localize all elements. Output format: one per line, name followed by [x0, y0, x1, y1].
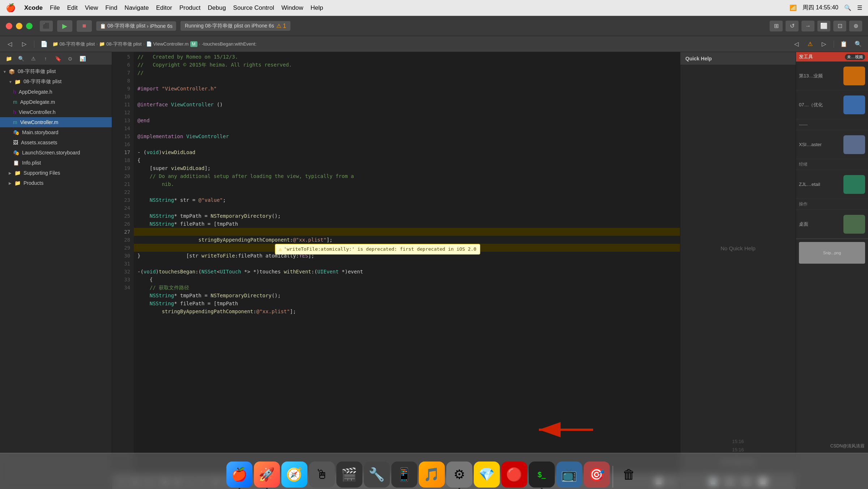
- nav-back-btn[interactable]: ◁: [4, 39, 16, 49]
- dock-app-2[interactable]: 📺: [556, 462, 582, 488]
- menu-source-control[interactable]: Source Control: [233, 4, 274, 12]
- breakpoint-btn[interactable]: →: [801, 21, 814, 31]
- menu-view[interactable]: View: [85, 4, 98, 12]
- bookmark-nav-btn[interactable]: 🔖: [53, 54, 63, 63]
- menu-icon[interactable]: ☰: [857, 4, 862, 11]
- file-info-plist[interactable]: 📋 Info.plist: [0, 158, 112, 168]
- code-text[interactable]: // Created by Romeo on 15/12/3. // Copyr…: [134, 52, 680, 473]
- dock-mouse[interactable]: 🖱: [309, 462, 335, 488]
- dock-iphone[interactable]: 📱: [391, 462, 417, 488]
- menu-navigate[interactable]: Navigate: [124, 4, 149, 12]
- dock-launchpad[interactable]: 🚀: [254, 462, 280, 488]
- code-line-10: [134, 93, 680, 101]
- sidebar-toggle-btn[interactable]: ⬛: [40, 21, 53, 31]
- source-icon: m: [13, 119, 17, 125]
- menu-xcode[interactable]: Xcode: [24, 4, 43, 12]
- dock-movie[interactable]: 🎬: [336, 462, 362, 488]
- dock-app-3[interactable]: 🎯: [584, 462, 610, 488]
- app-icon-3: 🎯: [588, 467, 605, 482]
- search-nav-btn[interactable]: 🔍: [16, 54, 26, 63]
- folder-btn[interactable]: 📁: [4, 54, 14, 63]
- close-button[interactable]: [6, 23, 12, 29]
- menu-edit[interactable]: Edit: [67, 4, 77, 12]
- file-icon: 📄: [38, 39, 50, 49]
- standard-editor-btn[interactable]: ⬜: [817, 21, 830, 31]
- file-viewcontroller-m[interactable]: m ViewController.m: [0, 117, 112, 127]
- dock-finder[interactable]: 🍎: [226, 462, 252, 488]
- assistant-editor-btn[interactable]: ⊡: [833, 21, 846, 31]
- menu-window[interactable]: Window: [281, 4, 303, 12]
- menu-file[interactable]: File: [50, 4, 60, 12]
- group-name: Supporting Files: [24, 170, 60, 176]
- search-icon[interactable]: 🔍: [844, 4, 851, 11]
- panel-item-5[interactable]: ZJL…etail: [796, 170, 868, 199]
- menu-debug[interactable]: Debug: [208, 4, 226, 12]
- dock-safari[interactable]: 🧭: [281, 462, 307, 488]
- file-appdelegate-h[interactable]: h AppDelegate.h: [0, 87, 112, 97]
- menu-find[interactable]: Find: [105, 4, 117, 12]
- scheme-selector[interactable]: 📋 08-字符串做 plist › iPhone 6s: [96, 21, 176, 31]
- dock-itunes[interactable]: 🎵: [419, 462, 445, 488]
- panel-item-7[interactable]: 桌面: [796, 210, 868, 239]
- jump-bar-right[interactable]: ▷: [818, 39, 830, 49]
- breadcrumb-2[interactable]: 📁 08-字符串做 plist: [99, 41, 141, 47]
- file-assets[interactable]: 🖼 Assets.xcassets: [0, 137, 112, 148]
- run-button[interactable]: ▶: [57, 20, 72, 32]
- assets-icon: 🖼: [13, 140, 18, 145]
- jump-bar-left[interactable]: ◁: [790, 39, 803, 49]
- stop-button[interactable]: ■: [77, 20, 92, 32]
- minimize-button[interactable]: [16, 23, 22, 29]
- file-main-storyboard[interactable]: 🎭 Main.storyboard: [0, 127, 112, 137]
- line-num: 27: [112, 228, 130, 236]
- breadcrumb-1[interactable]: 📁 08-字符串做 plist: [52, 41, 95, 47]
- file-launchscreen[interactable]: 🎭 LaunchScreen.storyboard: [0, 148, 112, 158]
- file-navigator: 📁 🔍 ⚠ ↑ 🔖 ⊙ 📊 ▼ 📦 08-字符串做 plist ▼ 📁: [0, 52, 112, 489]
- warning-nav-btn[interactable]: ⚠: [28, 54, 38, 63]
- line-num: 8: [112, 77, 130, 85]
- line-num: 14: [112, 124, 130, 132]
- add-editor-btn[interactable]: 📋: [838, 39, 850, 49]
- dock-system-prefs[interactable]: ⚙: [446, 462, 472, 488]
- breadcrumb: 📁 08-字符串做 plist › 📁 08-字符串做 plist › 📄 Vi…: [52, 41, 788, 47]
- panel-item-1[interactable]: 第13…业频: [796, 61, 868, 90]
- dock-sketch[interactable]: 💎: [474, 462, 500, 488]
- fullscreen-button[interactable]: [26, 23, 33, 29]
- movie-icon: 🎬: [341, 467, 357, 482]
- breadcrumb-4[interactable]: -touchesBegan:withEvent:: [202, 41, 256, 47]
- code-content[interactable]: 5 6 7 8 9 10 11 12 13 14 15 16 17 18 19 …: [112, 52, 680, 473]
- git-nav-btn[interactable]: ↑: [41, 54, 51, 63]
- group-name: 08-字符串做 plist: [24, 78, 61, 85]
- report-nav-btn[interactable]: 📊: [77, 54, 88, 63]
- activity-btn[interactable]: ↺: [786, 21, 799, 31]
- breadcrumb-3[interactable]: 📄 ViewController.m: [146, 41, 189, 47]
- code-review-btn[interactable]: ⊞: [770, 21, 783, 31]
- breakpoint-nav-btn[interactable]: ⊙: [65, 54, 75, 63]
- dock-trash[interactable]: 🗑: [616, 462, 642, 488]
- menu-editor[interactable]: Editor: [156, 4, 172, 12]
- code-line-31: [134, 260, 680, 268]
- supporting-files-group[interactable]: ▶ 📁 Supporting Files: [0, 168, 112, 178]
- project-root[interactable]: ▼ 📦 08-字符串做 plist: [0, 67, 112, 77]
- quick-open-btn[interactable]: 🔍: [852, 39, 864, 49]
- code-editor: 5 6 7 8 9 10 11 12 13 14 15 16 17 18 19 …: [112, 52, 680, 489]
- dock-terminal[interactable]: $_: [529, 462, 555, 488]
- products-group[interactable]: ▶ 📁 Products: [0, 178, 112, 188]
- jump-bar-warning[interactable]: ⚠: [804, 39, 816, 49]
- code-line-34: // 获取文件路径: [134, 284, 680, 292]
- code-line-27: stringByAppendingPathComponent:@"xx.plis…: [134, 228, 680, 236]
- file-appdelegate-m[interactable]: m AppDelegate.m: [0, 97, 112, 107]
- file-viewcontroller-h[interactable]: h ViewController.h: [0, 107, 112, 117]
- panel-item-3[interactable]: XSI…aster: [796, 130, 868, 159]
- panel-item-2[interactable]: 07…（优化: [796, 90, 868, 119]
- folder-thumbnail-3: [843, 135, 865, 154]
- panel-item-label-1: 第13…业频: [799, 73, 823, 79]
- apple-menu[interactable]: 🍎: [6, 3, 16, 13]
- version-editor-btn[interactable]: ⊕: [849, 21, 862, 31]
- nav-forward-btn[interactable]: ▷: [18, 39, 30, 49]
- dock-utilities[interactable]: 🔧: [364, 462, 390, 488]
- header-icon: h: [13, 109, 16, 115]
- group-item[interactable]: ▼ 📁 08-字符串做 plist: [0, 77, 112, 87]
- menu-help[interactable]: Help: [310, 4, 323, 12]
- dock-app-1[interactable]: 🔴: [501, 462, 527, 488]
- menu-product[interactable]: Product: [179, 4, 201, 12]
